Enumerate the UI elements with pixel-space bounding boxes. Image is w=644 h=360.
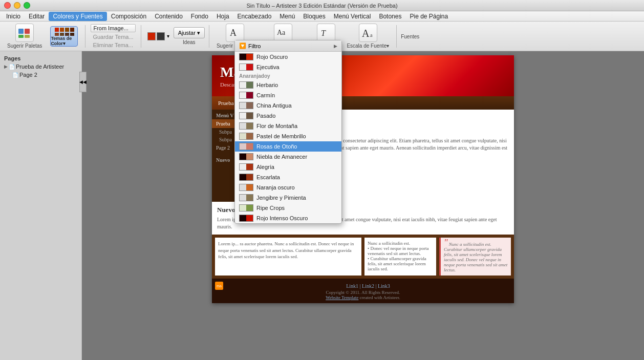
menu-pie-de-pagina[interactable]: Pie de Página bbox=[405, 12, 452, 21]
footer-copyright: Copyright © 2011. All Rights Reserved. bbox=[215, 290, 511, 295]
dropdown-item-pasado[interactable]: Pasado bbox=[235, 111, 341, 121]
sep1 bbox=[85, 25, 85, 48]
item-label: Escarlata bbox=[256, 174, 280, 180]
menu-editar[interactable]: Editar bbox=[25, 12, 49, 21]
svg-text:T: T bbox=[321, 29, 326, 37]
sidebar-item-page2[interactable]: 📄 Page 2 bbox=[2, 71, 79, 79]
swatch-left bbox=[240, 215, 246, 221]
swatch-alegria bbox=[239, 163, 253, 171]
ajustar-button[interactable]: Ajustar ▾ bbox=[174, 27, 205, 38]
dropdown-item-naranja-oscuro[interactable]: Naranja oscuro bbox=[235, 182, 341, 193]
swatch-niebla-amanecer bbox=[239, 153, 253, 160]
color-swatch-1[interactable] bbox=[147, 32, 156, 40]
item-label: Pasado bbox=[256, 113, 275, 119]
grupo-fuentes-button[interactable]: Aa bbox=[274, 24, 292, 42]
menu-menu-vertical[interactable]: Menú Vertical bbox=[330, 12, 375, 21]
tipografia-button[interactable]: T bbox=[317, 24, 335, 42]
page-icon: 📄 bbox=[9, 64, 15, 70]
filtro-label: Filtro bbox=[248, 43, 261, 49]
swatch-right bbox=[246, 154, 253, 160]
dropdown-item-rojo-intenso-oscuro[interactable]: Rojo Intenso Oscuro bbox=[235, 213, 341, 223]
menu-menu[interactable]: Menú bbox=[275, 12, 299, 21]
swatch-ripe-crops bbox=[239, 204, 253, 211]
menu-hoja[interactable]: Hoja bbox=[212, 12, 233, 21]
item-label: Rosas de Otoño bbox=[256, 143, 297, 150]
menu-fondo[interactable]: Fondo bbox=[187, 12, 212, 21]
color-swatch-2[interactable] bbox=[157, 32, 165, 40]
ajustar-label: Ajustar ▾ bbox=[178, 30, 200, 36]
expand-icon: ▶ bbox=[4, 64, 8, 69]
sugerir-paletas-button[interactable] bbox=[15, 24, 34, 42]
block-columns: Lorem ip... ra auctor pharetra. Nunc a s… bbox=[212, 235, 514, 279]
dropdown-item-flor-montana[interactable]: Flor de Montaña bbox=[235, 121, 341, 131]
swatch-left bbox=[240, 184, 246, 190]
escala-fuente-button[interactable]: A a bbox=[359, 24, 377, 42]
website-template-link[interactable]: Website Template bbox=[326, 295, 358, 300]
swatch-right bbox=[246, 82, 253, 88]
sidebar-item-prueba[interactable]: ▶ 📄 Prueba de Artisteer bbox=[2, 62, 79, 71]
sugerir-fuentes-button[interactable]: A bbox=[226, 24, 244, 42]
eliminar-tema-button[interactable]: Eliminar Tema... bbox=[91, 41, 135, 49]
close-button[interactable] bbox=[4, 2, 11, 9]
rss-icon: rss bbox=[215, 282, 223, 290]
dropdown-item-ejecutiva[interactable]: Ejecutiva bbox=[235, 62, 341, 72]
swatch-left bbox=[240, 102, 246, 109]
filter-option[interactable]: 🔽 Filtro bbox=[239, 43, 261, 49]
guardar-tema-button[interactable]: Guardar Tema... bbox=[91, 33, 135, 40]
color-themes-dropdown: 🔽 Filtro ▶ Rojo Oscuro Ejecutiva Anaranj… bbox=[234, 40, 342, 224]
swatch-left bbox=[240, 54, 246, 60]
sugerir-paletas-group: Sugerir Paletas bbox=[4, 22, 45, 51]
swatch-right bbox=[246, 164, 253, 170]
swatch-left bbox=[240, 92, 246, 98]
item-label: Rojo Intenso Oscuro bbox=[256, 215, 308, 221]
dropdown-item-alegria[interactable]: Alegría bbox=[235, 162, 341, 172]
item-label: Ripe Crops bbox=[256, 205, 285, 211]
menu-botones[interactable]: Botones bbox=[375, 12, 405, 21]
quote-mark: " bbox=[444, 238, 448, 248]
col-list: Nunc a sollicitudin est. • Donec vel neq… bbox=[364, 238, 436, 276]
svg-rect-2 bbox=[18, 35, 24, 38]
swatch-left bbox=[240, 205, 246, 211]
from-image-button[interactable]: From Image... bbox=[91, 24, 135, 32]
dropdown-item-ripe-crops[interactable]: Ripe Crops bbox=[235, 203, 341, 213]
menu-contenido[interactable]: Contenido bbox=[151, 12, 187, 21]
swatch-rosas-otono bbox=[239, 143, 253, 150]
dropdown-item-niebla-amanecer[interactable]: Niebla de Amanecer bbox=[235, 152, 341, 162]
svg-rect-3 bbox=[25, 35, 30, 38]
dropdown-item-herbario[interactable]: Herbario bbox=[235, 80, 341, 90]
maximize-button[interactable] bbox=[24, 2, 30, 9]
color-dropdown-arrow[interactable]: ▾ bbox=[167, 33, 169, 39]
dropdown-item-pastel-membrillo[interactable]: Pastel de Membrillo bbox=[235, 131, 341, 141]
minimize-button[interactable] bbox=[14, 2, 20, 9]
dropdown-item-rojo-oscuro[interactable]: Rojo Oscuro bbox=[235, 52, 341, 62]
group-fonts-icon: Aa bbox=[276, 26, 290, 40]
swatch-right bbox=[246, 92, 253, 98]
dropdown-item-rosas-otono[interactable]: Rosas de Otoño bbox=[235, 141, 341, 152]
dropdown-item-escarlata[interactable]: Escarlata bbox=[235, 172, 341, 182]
sep4 bbox=[396, 25, 397, 48]
titlebar: Sin Título – Artisteer 3 Edición Estánda… bbox=[0, 0, 644, 11]
color-squares-icon bbox=[54, 27, 74, 36]
col-main: Lorem ip... ra auctor pharetra. Nunc a s… bbox=[215, 238, 361, 276]
item-label: Alegría bbox=[256, 164, 274, 170]
swatch-left bbox=[240, 82, 246, 88]
menu-bloques[interactable]: Bloques bbox=[299, 12, 329, 21]
svg-rect-7 bbox=[70, 28, 74, 32]
item-label: Carmín bbox=[256, 92, 275, 98]
sidebar-collapse-button[interactable]: ◀◀ bbox=[79, 72, 87, 92]
swatch-right bbox=[246, 195, 253, 201]
pages-header: Pages bbox=[2, 53, 79, 62]
item-label: Ejecutiva bbox=[256, 64, 280, 70]
dropdown-item-carmin[interactable]: Carmín bbox=[235, 90, 341, 100]
sidebar-page2-label: Page 2 bbox=[19, 72, 37, 78]
menu-inicio[interactable]: Inicio bbox=[2, 12, 25, 21]
menu-colores[interactable]: Colores y Fuentes bbox=[49, 12, 106, 21]
menu-encabezado[interactable]: Encabezado bbox=[233, 12, 276, 21]
filter-icon: 🔽 bbox=[239, 43, 246, 49]
temas-color-button[interactable]: Temas de Color▾ bbox=[50, 26, 78, 47]
ideas-label1: Ideas bbox=[183, 39, 195, 45]
svg-text:A: A bbox=[362, 28, 370, 39]
dropdown-item-china-antigua[interactable]: China Antigua bbox=[235, 100, 341, 111]
dropdown-item-jengibre-pimienta[interactable]: Jengibre y Pimienta bbox=[235, 193, 341, 203]
menu-composicion[interactable]: Composición bbox=[107, 12, 151, 21]
